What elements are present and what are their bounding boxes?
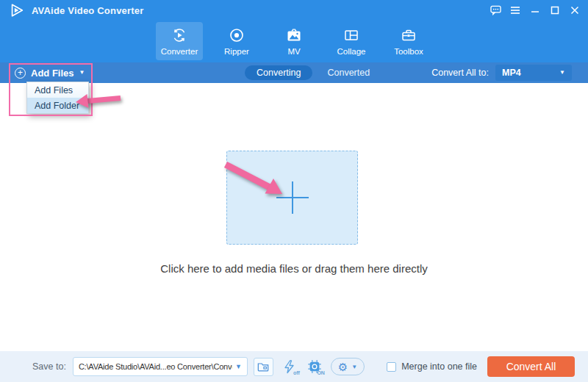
format-select[interactable]: MP4 ▼ bbox=[495, 65, 572, 81]
chevron-down-icon: ▼ bbox=[559, 70, 565, 76]
tab-converting[interactable]: Converting bbox=[245, 65, 312, 80]
open-folder-button[interactable] bbox=[254, 358, 273, 376]
menu-item-add-folder[interactable]: Add Folder bbox=[27, 98, 88, 113]
save-path-value: C:\AVAide Studio\AVAid...eo Converter\Co… bbox=[79, 362, 232, 371]
tab-converted[interactable]: Converted bbox=[327, 68, 370, 78]
tab-label: Ripper bbox=[224, 47, 249, 56]
tab-label: Collage bbox=[337, 47, 366, 56]
hw-accel-state: off bbox=[293, 370, 300, 375]
merge-checkbox[interactable] bbox=[387, 362, 396, 372]
titlebar: AVAide Video Converter bbox=[0, 0, 588, 21]
settings-button[interactable]: ⚙ ▼ bbox=[331, 358, 365, 375]
app-title: AVAide Video Converter bbox=[32, 5, 144, 16]
tab-converter[interactable]: Converter bbox=[156, 22, 203, 60]
merge-label: Merge into one file bbox=[401, 361, 477, 372]
toolbox-icon bbox=[400, 26, 417, 44]
mv-icon bbox=[285, 26, 303, 44]
convert-all-button[interactable]: Convert All bbox=[487, 356, 575, 377]
tab-ripper[interactable]: Ripper bbox=[213, 22, 260, 60]
window-controls bbox=[490, 0, 581, 21]
chevron-down-icon: ▼ bbox=[79, 70, 85, 76]
chevron-down-icon: ▼ bbox=[351, 364, 357, 370]
format-value: MP4 bbox=[502, 68, 521, 78]
convert-all-to-group: Convert All to: MP4 ▼ bbox=[431, 62, 572, 83]
view-switch: Converting Converted bbox=[245, 62, 370, 83]
toolbar: + Add Files ▼ Converting Converted Conve… bbox=[0, 62, 588, 83]
chevron-down-icon[interactable]: ▼ bbox=[235, 363, 242, 370]
collage-icon bbox=[343, 26, 360, 44]
main-content: Click here to add media files or drag th… bbox=[0, 83, 588, 351]
converter-icon bbox=[171, 26, 188, 44]
tab-label: Converter bbox=[161, 47, 198, 56]
play-logo-icon bbox=[9, 2, 25, 18]
app-logo: AVAide Video Converter bbox=[9, 2, 144, 18]
ripper-icon bbox=[228, 26, 245, 44]
add-files-menu: Add Files Add Folder bbox=[26, 82, 89, 114]
add-files-button[interactable]: + Add Files ▼ bbox=[15, 62, 85, 83]
menu-icon[interactable] bbox=[509, 4, 521, 16]
add-media-plus-icon bbox=[275, 180, 310, 215]
dropzone-hint-text: Click here to add media files or drag th… bbox=[0, 262, 588, 275]
minimize-icon[interactable] bbox=[529, 4, 541, 16]
tab-toolbox[interactable]: Toolbox bbox=[385, 22, 432, 60]
save-path-input[interactable]: C:\AVAide Studio\AVAid...eo Converter\Co… bbox=[73, 357, 248, 376]
tab-collage[interactable]: Collage bbox=[328, 22, 375, 60]
hardware-accel-toggle[interactable]: off bbox=[281, 357, 298, 376]
gpu-state: ON bbox=[317, 370, 325, 375]
gpu-accel-toggle[interactable]: ON bbox=[306, 357, 323, 376]
tab-label: Toolbox bbox=[394, 47, 423, 56]
media-dropzone[interactable] bbox=[226, 151, 358, 245]
folder-icon bbox=[257, 361, 269, 372]
menu-item-add-files[interactable]: Add Files bbox=[27, 82, 88, 98]
main-nav: Converter Ripper MV bbox=[0, 21, 588, 62]
tab-mv[interactable]: MV bbox=[270, 22, 318, 60]
save-to-label: Save to: bbox=[32, 361, 66, 372]
bottom-bar: Save to: C:\AVAide Studio\AVAid...eo Con… bbox=[0, 351, 588, 382]
app-window: AVAide Video Converter bbox=[0, 0, 588, 382]
plus-circle-icon: + bbox=[15, 68, 26, 79]
tab-label: MV bbox=[287, 47, 300, 56]
convert-all-to-label: Convert All to: bbox=[431, 68, 489, 78]
close-icon[interactable] bbox=[569, 4, 581, 16]
gear-icon: ⚙ bbox=[338, 361, 348, 372]
feedback-icon[interactable] bbox=[490, 4, 501, 16]
maximize-icon[interactable] bbox=[549, 4, 561, 16]
add-files-label: Add Files bbox=[31, 68, 74, 79]
